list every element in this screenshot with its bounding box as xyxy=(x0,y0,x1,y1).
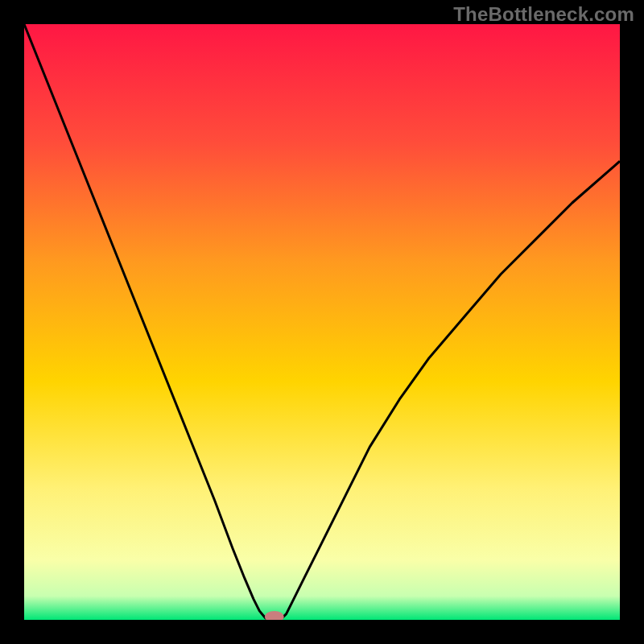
chart-frame: TheBottleneck.com xyxy=(0,0,644,644)
bottleneck-chart xyxy=(24,24,620,620)
gradient-background xyxy=(24,24,620,620)
watermark-text: TheBottleneck.com xyxy=(453,3,634,26)
